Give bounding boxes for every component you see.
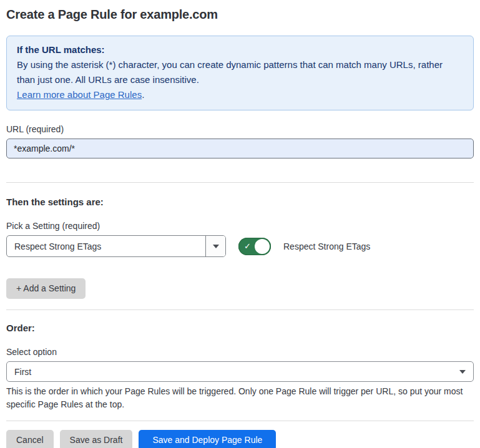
toggle-label: Respect Strong ETags [283,241,370,251]
order-section-heading: Order: [6,323,474,333]
order-help-text: This is the order in which your Page Rul… [6,385,474,411]
order-select-value: First [14,367,459,377]
info-box-heading: If the URL matches: [17,42,463,57]
settings-section-heading: Then the settings are: [6,197,474,207]
order-select[interactable]: First [6,361,474,382]
save-as-draft-button[interactable]: Save as Draft [60,430,133,448]
chevron-down-icon [459,370,466,374]
learn-more-link[interactable]: Learn more about Page Rules [17,89,142,100]
section-divider [6,421,474,421]
url-input[interactable] [6,139,474,158]
setting-row: Respect Strong ETags ✓ Respect Strong ET… [6,235,474,257]
chevron-down-icon [213,245,219,248]
url-field-label: URL (required) [6,124,474,134]
check-icon: ✓ [244,242,251,250]
page-title: Create a Page Rule for example.com [6,7,474,22]
pick-setting-label: Pick a Setting (required) [6,221,474,231]
setting-dropdown-value: Respect Strong ETags [7,236,205,256]
section-divider [6,309,474,310]
respect-strong-etags-toggle[interactable]: ✓ [238,238,271,255]
form-actions: Cancel Save as Draft Save and Deploy Pag… [6,430,474,448]
save-and-deploy-button[interactable]: Save and Deploy Page Rule [139,430,276,448]
info-box-body: By using the asterisk (*) character, you… [17,57,463,87]
url-match-info-box: If the URL matches: By using the asteris… [6,36,474,110]
order-select-label: Select option [6,347,474,357]
info-box-link-line: Learn more about Page Rules. [17,87,463,102]
section-divider [6,182,474,183]
setting-dropdown[interactable]: Respect Strong ETags [6,235,226,257]
toggle-knob [255,239,270,254]
cancel-button[interactable]: Cancel [6,430,54,448]
setting-dropdown-arrow-button[interactable] [205,236,225,256]
add-setting-button[interactable]: + Add a Setting [6,278,86,299]
link-period: . [142,89,144,100]
